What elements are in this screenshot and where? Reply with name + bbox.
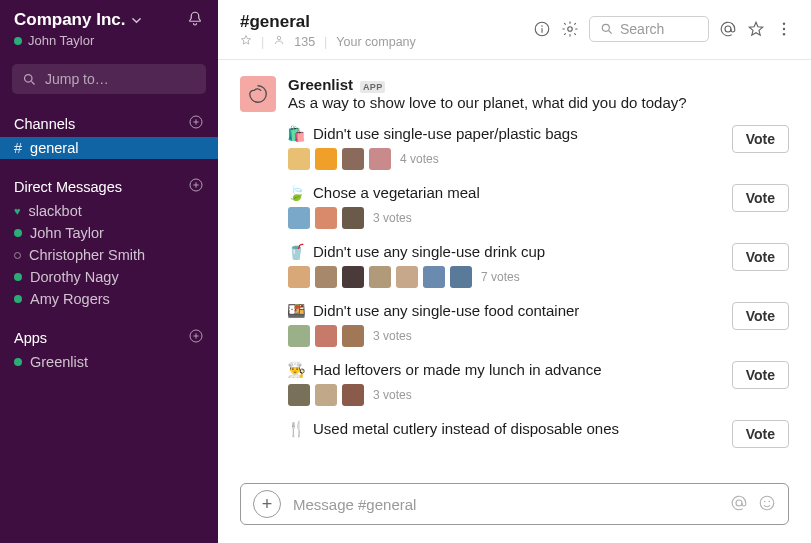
dm-label: John Taylor <box>30 225 104 241</box>
attach-button[interactable]: + <box>253 490 281 518</box>
voter-avatar[interactable] <box>369 266 391 288</box>
voter-avatar[interactable] <box>288 325 310 347</box>
dm-item[interactable]: John Taylor <box>0 222 218 244</box>
bell-icon[interactable] <box>186 10 204 31</box>
workspace-header[interactable]: Company Inc. John Taylor <box>0 0 218 56</box>
dm-item[interactable]: Christopher Smith <box>0 244 218 266</box>
vote-count: 7 votes <box>481 270 520 284</box>
option-label: Didn't use any single-use food container <box>313 302 579 319</box>
channel-item[interactable]: #general <box>0 137 218 159</box>
jump-placeholder: Jump to… <box>45 71 109 87</box>
presence-indicator <box>14 358 22 366</box>
app-label: Greenlist <box>30 354 88 370</box>
option-emoji: 🥤 <box>288 243 305 260</box>
voter-avatar[interactable] <box>315 384 337 406</box>
voter-avatar[interactable] <box>396 266 418 288</box>
voter-avatar[interactable] <box>423 266 445 288</box>
star-icon[interactable] <box>240 34 252 49</box>
dm-label: Christopher Smith <box>29 247 145 263</box>
message-composer[interactable]: + Message #general <box>240 483 789 525</box>
sidebar: Company Inc. John Taylor Jump to… Channe… <box>0 0 218 543</box>
channel-name[interactable]: #general <box>240 12 416 32</box>
voter-avatar[interactable] <box>288 148 310 170</box>
svg-point-4 <box>278 36 282 40</box>
dms-header[interactable]: Direct Messages <box>0 173 218 200</box>
member-count[interactable]: 135 <box>294 35 315 49</box>
option-emoji: 🍃 <box>288 184 305 201</box>
voter-avatar[interactable] <box>342 325 364 347</box>
voter-avatar[interactable] <box>315 266 337 288</box>
mentions-icon[interactable] <box>719 20 737 38</box>
option-emoji: 🛍️ <box>288 125 305 142</box>
app-item[interactable]: Greenlist <box>0 351 218 373</box>
mention-icon[interactable] <box>730 494 748 515</box>
poll-option: 🍱Didn't use any single-use food containe… <box>288 302 789 347</box>
channels-header[interactable]: Channels <box>0 110 218 137</box>
voter-avatar[interactable] <box>342 266 364 288</box>
vote-button[interactable]: Vote <box>732 184 789 212</box>
channel-header: #general | 135 | Your company <box>218 0 811 60</box>
channel-topic[interactable]: Your company <box>336 35 415 49</box>
vote-button[interactable]: Vote <box>732 302 789 330</box>
gear-icon[interactable] <box>561 20 579 38</box>
channels-title: Channels <box>14 116 75 132</box>
channel-label: general <box>30 140 78 156</box>
apps-header[interactable]: Apps <box>0 324 218 351</box>
voter-avatar[interactable] <box>315 207 337 229</box>
jump-to-input[interactable]: Jump to… <box>12 64 206 94</box>
avatar[interactable] <box>240 76 276 112</box>
svg-point-13 <box>736 500 742 506</box>
voter-avatar[interactable] <box>342 384 364 406</box>
message-author[interactable]: Greenlist <box>288 76 353 93</box>
presence-indicator <box>14 37 22 45</box>
svg-point-9 <box>725 26 731 32</box>
dm-item[interactable]: Dorothy Nagy <box>0 266 218 288</box>
search-input[interactable]: Search <box>589 16 709 42</box>
info-icon[interactable] <box>533 20 551 38</box>
presence-indicator <box>14 273 22 281</box>
message-list: Greenlist APP As a way to show love to o… <box>218 60 811 483</box>
vote-button[interactable]: Vote <box>732 420 789 448</box>
message-text: As a way to show love to our planet, wha… <box>288 94 789 111</box>
vote-count: 4 votes <box>400 152 439 166</box>
voter-avatar[interactable] <box>288 384 310 406</box>
svg-point-7 <box>568 27 573 32</box>
voter-avatar[interactable] <box>288 266 310 288</box>
app-badge: APP <box>360 81 385 93</box>
vote-button[interactable]: Vote <box>732 243 789 271</box>
voter-avatar[interactable] <box>369 148 391 170</box>
svg-point-16 <box>769 500 771 502</box>
composer-placeholder: Message #general <box>293 496 718 513</box>
add-channel-icon[interactable] <box>188 114 204 133</box>
star-header-icon[interactable] <box>747 20 765 38</box>
vote-button[interactable]: Vote <box>732 361 789 389</box>
presence-indicator <box>14 252 21 259</box>
vote-button[interactable]: Vote <box>732 125 789 153</box>
option-label: Didn't use any single-use drink cup <box>313 243 545 260</box>
option-emoji: 🍴 <box>288 420 305 437</box>
emoji-icon[interactable] <box>758 494 776 515</box>
search-icon <box>600 22 614 36</box>
poll-option: 👨‍🍳Had leftovers or made my lunch in adv… <box>288 361 789 406</box>
add-app-icon[interactable] <box>188 328 204 347</box>
voter-avatar[interactable] <box>450 266 472 288</box>
current-user-name: John Taylor <box>28 33 94 48</box>
poll-option: 🍃Chose a vegetarian meal3 votesVote <box>288 184 789 229</box>
add-dm-icon[interactable] <box>188 177 204 196</box>
dm-item[interactable]: Amy Rogers <box>0 288 218 310</box>
members-icon[interactable] <box>273 34 285 49</box>
voter-avatar[interactable] <box>315 148 337 170</box>
voter-avatar[interactable] <box>342 207 364 229</box>
svg-point-12 <box>783 33 785 35</box>
chevron-down-icon <box>131 12 142 29</box>
search-icon <box>22 72 37 87</box>
more-icon[interactable] <box>775 20 793 38</box>
dms-title: Direct Messages <box>14 179 122 195</box>
poll-option: 🥤Didn't use any single-use drink cup7 vo… <box>288 243 789 288</box>
heart-icon: ♥ <box>14 205 21 217</box>
voter-avatar[interactable] <box>342 148 364 170</box>
vote-count: 3 votes <box>373 329 412 343</box>
dm-item[interactable]: ♥slackbot <box>0 200 218 222</box>
voter-avatar[interactable] <box>288 207 310 229</box>
voter-avatar[interactable] <box>315 325 337 347</box>
